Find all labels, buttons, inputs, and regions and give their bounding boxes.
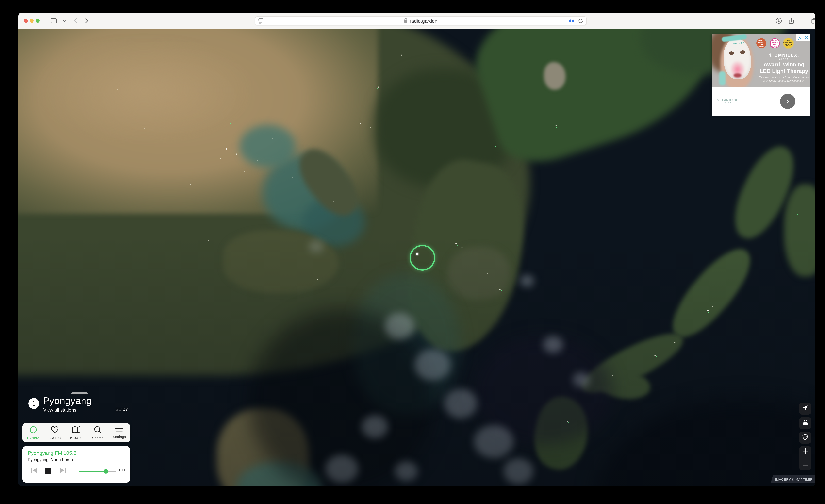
map-attribution: IMAGERY © MAPTILER xyxy=(771,475,815,483)
station-dot-pyongyang[interactable] xyxy=(416,253,419,255)
new-tab-button[interactable] xyxy=(800,17,808,25)
chevron-down-icon xyxy=(63,20,66,22)
downloads-button[interactable] xyxy=(775,17,783,25)
tab-search[interactable]: Search xyxy=(87,423,108,442)
ellipsis-icon xyxy=(124,470,126,471)
player-card: Pyongyang FM 105.2 Pyongyang, North Kore… xyxy=(22,446,130,483)
zoom-controls xyxy=(799,446,811,470)
ellipsis-icon xyxy=(119,470,120,471)
audio-playing-icon[interactable] xyxy=(569,18,574,24)
map-icon xyxy=(72,426,80,435)
ad-mask-strap xyxy=(719,71,726,85)
place-header: 1 Pyongyang View all stations 21:07 xyxy=(22,391,130,414)
reload-icon[interactable] xyxy=(578,18,583,25)
download-icon xyxy=(776,18,782,24)
sidebar-icon xyxy=(51,18,57,23)
search-icon xyxy=(94,426,102,435)
local-time: 21:07 xyxy=(116,406,128,412)
url-text: radio.garden xyxy=(410,18,437,23)
volume-knob[interactable] xyxy=(103,469,108,474)
ad-brand-logo: ✳ OMNILUX. — CLEAR — xyxy=(758,53,810,60)
station-dots xyxy=(18,29,19,30)
ad-footer[interactable]: ✳ OMNILUX. CLEAR › xyxy=(712,87,810,116)
browser-toolbar: radio.garden xyxy=(18,12,815,29)
locate-me-button[interactable] xyxy=(799,403,811,415)
privacy-shield-button[interactable] xyxy=(799,432,811,444)
volume-fill xyxy=(79,471,106,472)
shield-check-icon xyxy=(802,434,808,442)
station-location: Pyongyang, North Korea xyxy=(28,457,73,462)
nav-tabbar: Explore Favorites Browse xyxy=(22,423,130,442)
zoom-out-button[interactable] xyxy=(802,462,808,468)
ad-close-icon[interactable]: ✕ xyxy=(803,34,810,41)
forward-icon xyxy=(85,18,88,23)
plus-icon xyxy=(802,18,806,23)
more-options-button[interactable] xyxy=(119,470,126,471)
ad-badge-newbeauty: AWARD WINNER 2023 NEWBEAUTY xyxy=(770,38,780,48)
navigation-arrow-icon xyxy=(802,405,808,412)
ad-badge-womens-health: 2021 Women'sHealth SKINCARE AWARDS xyxy=(783,38,793,48)
address-bar[interactable]: radio.garden xyxy=(255,16,587,25)
advertisement[interactable]: OMNILUX™ BEAUTY AWARDS 2022 FINALIST AWA… xyxy=(712,34,810,116)
world-map[interactable]: OMNILUX™ BEAUTY AWARDS 2022 FINALIST AWA… xyxy=(18,29,815,486)
ad-badge-beauty-awards: BEAUTY AWARDS 2022 FINALIST xyxy=(756,38,766,48)
station-count-badge: 1 xyxy=(28,398,39,409)
chevron-right-icon: › xyxy=(786,96,789,105)
map-marker-pyongyang[interactable] xyxy=(409,245,435,271)
minimize-window-button[interactable] xyxy=(30,19,34,23)
ad-footer-logo: ✳ OMNILUX. CLEAR xyxy=(717,98,739,103)
fullscreen-window-button[interactable] xyxy=(35,19,40,23)
ad-image[interactable]: OMNILUX™ BEAUTY AWARDS 2022 FINALIST AWA… xyxy=(712,34,810,87)
ad-body-text: Clinically proven to reduce active acne … xyxy=(758,76,810,83)
tabs-icon xyxy=(811,18,815,23)
skip-next-icon xyxy=(60,467,66,475)
share-icon xyxy=(789,18,794,24)
screen: radio.garden xyxy=(0,0,825,504)
drag-handle[interactable] xyxy=(71,392,88,394)
zoom-in-button[interactable] xyxy=(802,448,808,455)
tab-settings[interactable]: Settings xyxy=(108,423,130,442)
close-window-button[interactable] xyxy=(24,19,28,23)
back-button[interactable] xyxy=(72,17,80,25)
back-icon xyxy=(74,18,77,23)
settings-lines-icon xyxy=(115,427,123,434)
ad-next-button[interactable]: › xyxy=(780,94,795,109)
stop-icon xyxy=(45,468,51,474)
ad-model-mouth xyxy=(734,73,742,78)
ellipsis-icon xyxy=(122,470,123,471)
sidebar-chevron-button[interactable] xyxy=(61,17,69,25)
sidebar-toggle-button[interactable] xyxy=(50,17,58,25)
ad-mask-eye-hole xyxy=(729,52,734,55)
explore-circle-icon xyxy=(29,426,37,435)
tab-explore[interactable]: Explore xyxy=(22,423,44,442)
tab-overview-button[interactable] xyxy=(810,17,815,25)
ad-headline-2: LED Light Therapy xyxy=(758,68,810,74)
safari-window: radio.garden xyxy=(18,12,815,486)
tab-browse[interactable]: Browse xyxy=(66,423,87,442)
previous-station-button[interactable] xyxy=(30,467,38,475)
unlock-button[interactable] xyxy=(799,417,811,429)
view-all-stations-link[interactable]: View all stations xyxy=(43,407,76,413)
ad-award-badges: BEAUTY AWARDS 2022 FINALIST AWARD WINNER… xyxy=(756,38,793,48)
share-button[interactable] xyxy=(788,17,795,25)
lock-icon xyxy=(404,18,408,23)
place-title: Pyongyang xyxy=(43,395,92,406)
unlock-icon xyxy=(802,419,808,427)
skip-previous-icon xyxy=(31,467,37,475)
adchoices-icon[interactable]: ▷ xyxy=(796,34,803,41)
tab-favorites[interactable]: Favorites xyxy=(44,423,65,442)
volume-slider[interactable] xyxy=(79,471,117,472)
next-station-button[interactable] xyxy=(59,467,67,475)
station-name[interactable]: Pyongyang FM 105.2 xyxy=(28,450,76,456)
heart-icon xyxy=(51,426,59,435)
ad-headline-1: Award–Winning xyxy=(758,61,810,68)
stop-button[interactable] xyxy=(44,467,52,475)
forward-button[interactable] xyxy=(83,17,91,25)
